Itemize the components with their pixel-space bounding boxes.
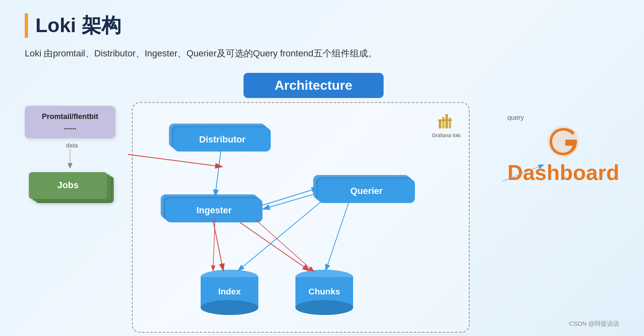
distributor-label: Distributor xyxy=(199,134,245,145)
arch-container: Architecture Grafana loki xyxy=(132,73,495,333)
index-cylinder: Index xyxy=(199,270,260,317)
diagram-area: Promtail/flentbit...... data Jobs xyxy=(25,73,619,333)
arch-box: Grafana loki xyxy=(132,102,470,333)
svg-point-21 xyxy=(201,300,258,315)
grafana-icon xyxy=(435,108,457,131)
jobs-box-front: Jobs xyxy=(29,172,107,199)
ingester-label: Ingester xyxy=(197,205,232,216)
promtail-box: Promtail/flentbit...... xyxy=(25,106,115,138)
chunks-cyl-svg: Chunks xyxy=(293,270,355,315)
left-side: Promtail/flentbit...... data Jobs xyxy=(25,106,115,213)
page-container: Loki 架构 Loki 由promtail、Distributor、Inges… xyxy=(0,0,644,336)
query-label: query xyxy=(507,114,524,121)
svg-line-10 xyxy=(215,147,221,197)
title-area: Loki 架构 xyxy=(25,12,619,39)
svg-rect-3 xyxy=(442,117,445,128)
index-label: Index xyxy=(218,287,241,296)
dashboard-text: Dashboard xyxy=(507,160,619,185)
arch-title: Architecture xyxy=(274,78,352,93)
svg-line-16 xyxy=(326,196,351,271)
data-label-text: data xyxy=(66,142,78,149)
arch-title-box: Architecture xyxy=(244,73,384,98)
ingester-box: Ingester xyxy=(166,198,262,222)
dashboard-icon xyxy=(545,123,582,160)
jobs-label: Jobs xyxy=(57,180,78,191)
svg-line-12 xyxy=(262,193,319,209)
svg-rect-4 xyxy=(445,114,448,128)
svg-line-18 xyxy=(213,218,215,271)
grafana-label: Grafana loki xyxy=(432,132,461,138)
dashboard-area: query Dashboard xyxy=(507,114,619,185)
querier-box: Querier xyxy=(318,179,415,203)
subtitle-text: Loki 由promtail、Distributor、Ingester、Quer… xyxy=(25,46,619,61)
svg-marker-1 xyxy=(68,163,73,169)
svg-point-24 xyxy=(295,300,353,315)
page-title: Loki 架构 xyxy=(35,12,121,39)
svg-line-14 xyxy=(240,222,310,271)
svg-rect-26 xyxy=(565,140,577,144)
svg-rect-2 xyxy=(439,120,441,128)
jobs-stack: Jobs xyxy=(29,172,111,213)
chunks-label: Chunks xyxy=(308,287,340,296)
svg-line-17 xyxy=(256,220,314,272)
distributor-box: Distributor xyxy=(174,128,271,152)
svg-rect-5 xyxy=(449,118,451,128)
footer: CSDN @阿提说说 xyxy=(569,320,619,328)
data-arrow: data xyxy=(62,141,78,170)
svg-line-11 xyxy=(260,188,319,206)
querier-label: Querier xyxy=(350,186,382,196)
svg-line-13 xyxy=(213,220,223,271)
footer-text: CSDN @阿提说说 xyxy=(569,320,619,327)
svg-rect-6 xyxy=(438,119,452,121)
title-bar-accent xyxy=(25,13,28,38)
chunks-cylinder: Chunks xyxy=(293,270,355,317)
index-cyl-svg: Index xyxy=(199,270,260,315)
grafana-area: Grafana loki xyxy=(432,108,461,138)
data-arrow-svg: data xyxy=(62,141,78,170)
promtail-label: Promtail/flentbit...... xyxy=(42,112,98,131)
